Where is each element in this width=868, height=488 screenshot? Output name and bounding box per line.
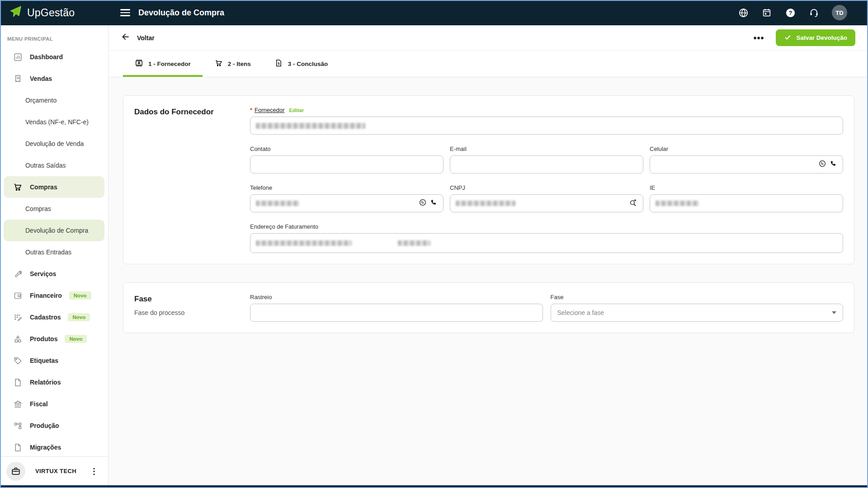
- fase-card-title: Fase: [134, 295, 250, 304]
- cart-icon: [214, 59, 223, 69]
- tab-label: 3 - Conclusão: [288, 61, 328, 67]
- support-agent-icon[interactable]: [808, 7, 819, 18]
- shapes-icon: [13, 334, 23, 344]
- brand-name: UpGestão: [27, 7, 75, 19]
- fornecedor-label: * Fornecedor Editar: [250, 107, 843, 113]
- fase-label: Fase: [551, 294, 844, 300]
- sidebar-item-label: Etiquetas: [30, 357, 58, 364]
- sidebar-item-migracoes[interactable]: Migrações: [4, 436, 104, 458]
- sidebar-footer: VIRTUX TECH ⋮: [0, 456, 108, 485]
- flow-icon: [13, 421, 23, 431]
- back-arrow-icon: [121, 32, 131, 43]
- calendar-icon[interactable]: [761, 7, 772, 18]
- svg-text:?: ?: [788, 9, 792, 16]
- phone-icon[interactable]: [830, 160, 837, 169]
- sidebar-item-label: Devolução de Compra: [25, 227, 88, 234]
- avatar[interactable]: TD: [832, 5, 847, 20]
- sidebar-item-fiscal[interactable]: Fiscal: [4, 393, 104, 415]
- sidebar-item-servicos[interactable]: Serviços: [4, 263, 104, 285]
- endereco-label: Endereço de Faturamento: [250, 223, 843, 230]
- sidebar-item-cadastros[interactable]: Cadastros Novo: [4, 306, 104, 328]
- tab-label: 2 - Itens: [228, 61, 251, 67]
- tab-fornecedor[interactable]: 1 - Fornecedor: [123, 51, 203, 77]
- sidebar-item-label: Vendas (NF-e, NFC-e): [25, 118, 89, 126]
- globe-icon[interactable]: [738, 7, 749, 18]
- telefone-input[interactable]: [250, 194, 443, 212]
- back-label: Voltar: [137, 34, 155, 42]
- email-input[interactable]: [450, 155, 643, 174]
- whatsapp-icon[interactable]: [818, 160, 826, 169]
- sidebar-item-label: Migrações: [30, 444, 61, 451]
- main-header: Voltar ••• Salvar Devolução: [108, 25, 868, 51]
- footer-menu-icon[interactable]: ⋮: [86, 468, 102, 474]
- sidebar-item-label: Produtos: [30, 335, 57, 343]
- sidebar-item-orcamento[interactable]: Orçamento: [4, 89, 104, 111]
- cnpj-input[interactable]: [450, 194, 643, 212]
- sidebar-item-compras-sub[interactable]: Compras: [4, 198, 104, 220]
- tab-label: 1 - Fornecedor: [148, 61, 191, 67]
- editar-link[interactable]: Editar: [289, 108, 304, 113]
- whatsapp-icon[interactable]: [419, 198, 427, 208]
- sidebar-item-etiquetas[interactable]: Etiquetas: [4, 350, 104, 371]
- sidebar-item-vendas[interactable]: Vendas: [4, 68, 104, 89]
- sidebar-item-compras[interactable]: Compras: [4, 176, 104, 198]
- sidebar-item-label: Compras: [30, 183, 57, 191]
- fase-select[interactable]: Selecione a fase: [551, 304, 844, 322]
- tab-conclusao[interactable]: $ 3 - Conclusão: [263, 51, 340, 77]
- lookup-icon[interactable]: [629, 198, 637, 209]
- sidebar-item-label: Outras Entradas: [25, 249, 71, 256]
- sidebar-item-financeiro[interactable]: Financeiro Novo: [4, 285, 104, 306]
- sidebar-item-devolucao-venda[interactable]: Devolução de Venda: [4, 133, 104, 155]
- sidebar-item-produtos[interactable]: Produtos Novo: [4, 328, 104, 350]
- help-icon[interactable]: ?: [785, 7, 796, 18]
- sidebar-item-label: Orçamento: [25, 97, 57, 104]
- redacted-value: [456, 201, 515, 206]
- sidebar-item-dashboard[interactable]: Dashboard: [4, 46, 104, 68]
- phone-icon[interactable]: [430, 199, 438, 208]
- wallet-icon: [13, 291, 23, 300]
- save-button-label: Salvar Devolução: [796, 34, 847, 41]
- edit-grid-icon: [13, 312, 23, 322]
- hamburger-menu-icon[interactable]: [120, 9, 130, 16]
- endereco-input[interactable]: [250, 233, 843, 253]
- cart-icon: [13, 182, 23, 192]
- sidebar-item-devolucao-compra[interactable]: Devolução de Compra: [4, 220, 104, 241]
- ie-input[interactable]: [650, 194, 843, 212]
- sidebar-item-label: Compras: [25, 205, 51, 212]
- tag-icon: [13, 356, 23, 366]
- celular-input[interactable]: [650, 155, 843, 174]
- contato-label: Contato: [250, 145, 443, 152]
- redacted-value: [398, 240, 430, 246]
- telefone-label: Telefone: [250, 184, 443, 191]
- bank-icon: [13, 399, 23, 409]
- fornecedor-input[interactable]: [250, 117, 843, 135]
- back-button[interactable]: Voltar: [121, 32, 155, 43]
- main-area: Voltar ••• Salvar Devolução 1 - Forneced…: [108, 25, 868, 485]
- redacted-value: [256, 240, 352, 246]
- sidebar-item-label: Devolução de Venda: [25, 140, 84, 147]
- tab-itens[interactable]: 2 - Itens: [203, 51, 263, 77]
- sidebar-item-label: Produção: [30, 422, 59, 429]
- more-options-icon[interactable]: •••: [753, 36, 764, 40]
- contato-input[interactable]: [250, 155, 443, 174]
- sidebar-item-outras-entradas[interactable]: Outras Entradas: [4, 241, 104, 263]
- save-button[interactable]: Salvar Devolução: [776, 29, 855, 46]
- briefcase-icon[interactable]: [6, 462, 25, 481]
- fase-card: Fase Fase do processo Rastreio Fase Sele…: [123, 282, 854, 333]
- rastreio-input[interactable]: [250, 304, 543, 322]
- ie-label: IE: [650, 184, 843, 191]
- contact-card-icon: [135, 59, 143, 69]
- sidebar-item-label: Financeiro: [30, 292, 62, 299]
- invoice-icon: $: [274, 59, 283, 69]
- sidebar-item-vendas-nfe[interactable]: Vendas (NF-e, NFC-e): [4, 111, 104, 133]
- sidebar-item-label: Cadastros: [30, 314, 61, 321]
- dashboard-icon: [13, 52, 23, 62]
- fase-card-subtitle: Fase do processo: [134, 309, 250, 316]
- sidebar-item-producao[interactable]: Produção: [4, 415, 104, 436]
- sidebar: MENU PRINCIPAL Dashboard Vendas Orçament…: [0, 25, 108, 485]
- email-label: E-mail: [450, 145, 643, 152]
- sidebar-item-outras-saidas[interactable]: Outras Saídas: [4, 155, 104, 176]
- brand: UpGestão: [0, 5, 108, 21]
- receipt-icon: [13, 74, 23, 84]
- sidebar-item-relatorios[interactable]: Relatórios: [4, 371, 104, 393]
